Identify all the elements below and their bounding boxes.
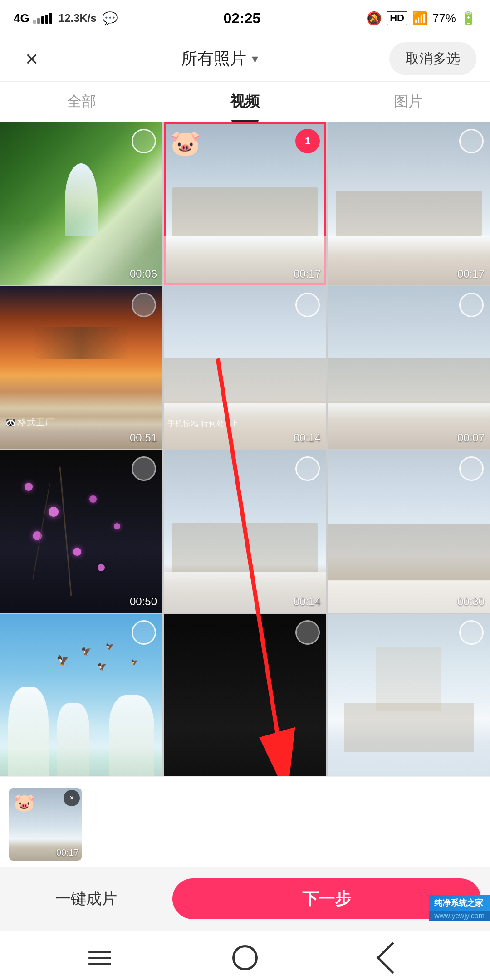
select-circle-1[interactable] bbox=[132, 129, 156, 153]
selected-number-2: 1 bbox=[305, 135, 310, 147]
hd-badge: HD bbox=[387, 11, 407, 25]
charging-icon: 🔋 bbox=[461, 11, 476, 26]
duration-8: 00:14 bbox=[294, 595, 321, 608]
menu-nav-icon[interactable] bbox=[84, 946, 116, 969]
home-nav-icon[interactable] bbox=[229, 946, 261, 969]
battery-label: 77% bbox=[432, 11, 456, 25]
remove-thumb-button[interactable]: × bbox=[64, 790, 80, 806]
back-arrow-icon bbox=[377, 942, 409, 974]
select-circle-10[interactable] bbox=[132, 620, 156, 645]
duration-2: 00:17 bbox=[294, 268, 321, 280]
tab-video[interactable]: 视频 bbox=[163, 82, 327, 122]
top-navigation: × 所有照片 ▾ 取消多选 bbox=[0, 36, 490, 82]
status-right: 🔕 HD 📶 77% 🔋 bbox=[366, 11, 476, 26]
duration-1: 00:06 bbox=[130, 268, 157, 280]
hamburger-icon bbox=[88, 951, 111, 965]
media-grid: 00:06 🐷 1 00:17 00:17 🐼 bbox=[0, 122, 490, 776]
pig-sticker-2: 🐷 bbox=[170, 129, 201, 157]
status-time: 02:25 bbox=[224, 10, 261, 27]
tab-bar: 全部 视频 图片 bbox=[0, 82, 490, 122]
wechat-icon: 💬 bbox=[102, 11, 118, 26]
media-cell-11[interactable] bbox=[164, 614, 326, 776]
select-circle-8[interactable] bbox=[295, 456, 320, 481]
media-cell-3[interactable]: 00:17 bbox=[328, 122, 490, 285]
selected-preview-bar: 🐷 × 00:17 bbox=[0, 776, 490, 867]
duration-6: 00:07 bbox=[457, 431, 485, 444]
media-cell-2[interactable]: 🐷 1 00:17 bbox=[164, 122, 326, 285]
album-title-dropdown[interactable]: 所有照片 ▾ bbox=[181, 48, 258, 70]
one-click-button[interactable]: 一键成片 bbox=[9, 878, 163, 919]
select-circle-2[interactable]: 1 bbox=[295, 129, 320, 153]
signal-bars bbox=[33, 13, 52, 24]
cancel-multiselect-button[interactable]: 取消多选 bbox=[389, 42, 476, 75]
select-circle-6[interactable] bbox=[459, 293, 484, 317]
media-cell-6[interactable]: 00:07 bbox=[328, 286, 490, 449]
duration-9: 00:30 bbox=[457, 595, 485, 608]
media-cell-9[interactable]: 00:30 bbox=[328, 450, 490, 612]
wifi-icon: 📶 bbox=[412, 11, 428, 26]
tab-all[interactable]: 全部 bbox=[0, 82, 163, 122]
speed-label: 12.3K/s bbox=[59, 12, 97, 24]
select-circle-5[interactable] bbox=[295, 293, 320, 317]
select-circle-12[interactable] bbox=[459, 620, 484, 645]
preview-thumb-1[interactable]: 🐷 × 00:17 bbox=[9, 788, 82, 861]
duration-3: 00:17 bbox=[457, 268, 485, 280]
media-cell-5[interactable]: 手机惊鸿-待何处...上 00:14 bbox=[164, 286, 326, 449]
media-cell-10[interactable]: 🦅 🦅 🦅 🦅 🦅 bbox=[0, 614, 162, 776]
watermark-4: 格式工厂 bbox=[18, 416, 54, 429]
home-circle-icon bbox=[232, 945, 258, 970]
back-nav-icon[interactable] bbox=[374, 946, 406, 969]
media-cell-12[interactable] bbox=[328, 614, 490, 776]
status-bar: 4G 12.3K/s 💬 02:25 🔕 HD 📶 77% 🔋 bbox=[0, 0, 490, 36]
close-button[interactable]: × bbox=[14, 41, 50, 77]
watermark-5: 手机惊鸿-待何处...上 bbox=[167, 418, 238, 429]
select-circle-3[interactable] bbox=[459, 129, 484, 153]
bottom-action-bar: 一键成片 下一步 bbox=[0, 867, 490, 931]
bell-icon: 🔕 bbox=[366, 11, 382, 26]
select-circle-11[interactable] bbox=[295, 620, 320, 645]
media-cell-4[interactable]: 🐼 格式工厂 00:51 bbox=[0, 286, 162, 449]
media-cell-7[interactable]: 00:50 bbox=[0, 450, 162, 612]
dropdown-arrow-icon: ▾ bbox=[252, 51, 258, 66]
network-label: 4G bbox=[14, 11, 29, 25]
system-navigation-bar bbox=[0, 931, 490, 980]
media-cell-8[interactable]: 00:14 bbox=[164, 450, 326, 612]
status-left: 4G 12.3K/s 💬 bbox=[14, 11, 118, 26]
media-grid-wrapper: 00:06 🐷 1 00:17 00:17 🐼 bbox=[0, 122, 490, 776]
tab-photo[interactable]: 图片 bbox=[327, 82, 490, 122]
next-button[interactable]: 下一步 bbox=[172, 878, 481, 919]
duration-7: 00:50 bbox=[130, 595, 157, 608]
duration-5: 00:14 bbox=[294, 431, 321, 444]
preview-duration: 00:17 bbox=[56, 848, 79, 858]
duration-4: 00:51 bbox=[130, 431, 157, 444]
album-title-text: 所有照片 bbox=[181, 48, 246, 70]
select-circle-9[interactable] bbox=[459, 456, 484, 481]
select-circle-7[interactable] bbox=[132, 456, 156, 481]
media-cell-1[interactable]: 00:06 bbox=[0, 122, 162, 285]
select-circle-4[interactable] bbox=[132, 293, 156, 317]
